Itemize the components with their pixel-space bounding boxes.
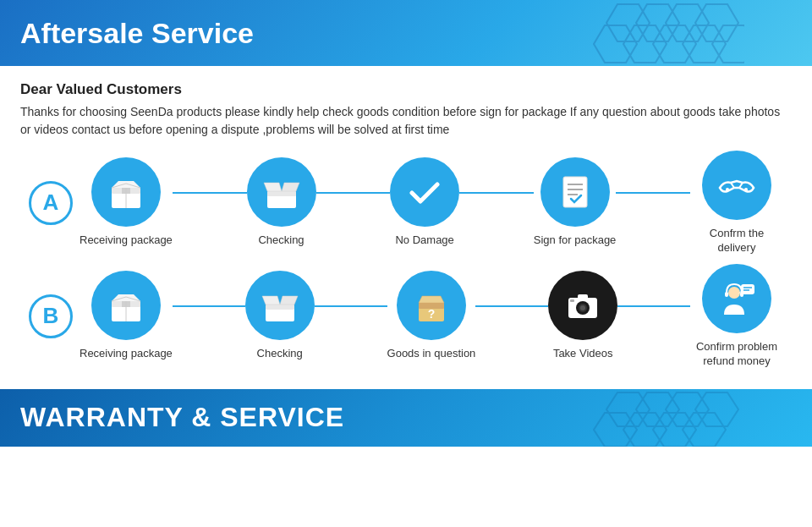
row-b: B Receiving <box>29 264 783 369</box>
connector-a-4 <box>616 192 690 194</box>
checkmark-icon <box>403 171 446 213</box>
box-closed-icon-b <box>105 284 147 327</box>
handshake-icon <box>716 164 758 206</box>
step-icon-checking-a <box>247 157 316 227</box>
svg-rect-17 <box>267 191 296 196</box>
connector-a-3 <box>459 192 534 194</box>
step-label-goods-question: Goods in question <box>387 347 476 361</box>
header: Aftersale Service <box>0 0 812 66</box>
step-no-damage: No Damage <box>390 157 459 248</box>
row-a-steps: Receiving package <box>80 151 783 255</box>
svg-marker-18 <box>264 183 282 191</box>
step-label-checking-b: Checking <box>257 347 303 361</box>
box-open-icon <box>261 171 303 213</box>
connector-b-4 <box>617 305 690 307</box>
step-confirm-delivery: Confrm the delivery <box>690 151 783 255</box>
svg-text:?: ? <box>428 307 436 321</box>
document-check-icon <box>554 171 596 213</box>
svg-marker-36 <box>280 296 298 305</box>
connector-b-3 <box>475 305 548 307</box>
greeting-heading: Dear Valued Customers <box>20 81 792 98</box>
step-label-take-videos: Take Videos <box>553 347 613 361</box>
step-label-confirm-delivery: Confrm the delivery <box>690 227 783 255</box>
step-icon-checking-b <box>245 271 315 340</box>
step-icon-sign <box>540 157 610 227</box>
step-confirm-refund: Confirm problem refund money <box>690 264 783 369</box>
header-decoration <box>592 0 744 66</box>
description-text: Thanks for choosing SeenDa products plea… <box>20 103 792 139</box>
svg-point-24 <box>726 188 729 191</box>
connector-b-2 <box>315 305 387 307</box>
svg-rect-48 <box>725 292 728 297</box>
svg-marker-19 <box>282 183 299 191</box>
question-box-icon: ? <box>410 284 453 327</box>
footer-decoration <box>592 389 744 447</box>
header-title: Aftersale Service <box>20 17 254 50</box>
headset-icon <box>716 277 758 320</box>
step-label-receiving-b: Receiving package <box>80 347 173 361</box>
step-sign: Sign for package <box>534 157 617 248</box>
step-checking-b: Checking <box>245 271 315 361</box>
step-label-no-damage: No Damage <box>395 233 453 248</box>
step-icon-confirm-delivery <box>702 151 771 220</box>
content-area: Dear Valued Customers Thanks for choosin… <box>0 66 812 386</box>
svg-rect-50 <box>741 284 754 294</box>
step-goods-question: ? Goods in question <box>387 271 476 361</box>
step-checking-a: Checking <box>247 157 316 248</box>
row-b-steps: Receiving package Checking <box>80 264 783 369</box>
svg-rect-34 <box>266 305 294 310</box>
step-icon-confirm-refund <box>702 264 771 333</box>
svg-point-25 <box>744 188 748 191</box>
svg-marker-35 <box>262 296 280 305</box>
footer: WARRANTY & SERVICE <box>0 389 812 447</box>
svg-rect-45 <box>578 294 588 299</box>
footer-title: WARRANTY & SERVICE <box>20 402 344 433</box>
step-label-receiving-a: Receiving package <box>80 233 173 248</box>
svg-point-47 <box>728 287 740 299</box>
camera-icon <box>562 284 604 327</box>
step-receiving-b: Receiving package <box>80 271 173 361</box>
step-label-checking-a: Checking <box>258 233 304 248</box>
step-label-sign: Sign for package <box>534 233 617 248</box>
box-closed-icon <box>105 171 147 213</box>
step-receiving-a: Receiving package <box>80 157 173 248</box>
step-icon-no-damage <box>390 157 459 227</box>
row-b-label: B <box>29 294 73 338</box>
step-icon-receiving-a <box>91 157 161 227</box>
step-icon-take-videos <box>548 271 617 340</box>
step-label-confirm-refund: Confirm problem refund money <box>690 340 783 369</box>
row-a: A <box>29 151 783 255</box>
step-icon-goods-question: ? <box>397 271 466 340</box>
step-take-videos: Take Videos <box>548 271 617 361</box>
box-open-icon-b <box>259 284 301 327</box>
svg-rect-46 <box>570 299 574 302</box>
step-icon-receiving-b <box>91 271 161 340</box>
connector-a-1 <box>173 192 247 194</box>
process-rows: A <box>20 151 792 369</box>
connector-b-1 <box>173 305 245 307</box>
svg-point-44 <box>580 305 585 310</box>
svg-marker-8 <box>712 25 744 63</box>
svg-marker-39 <box>419 296 444 303</box>
connector-a-2 <box>316 192 391 194</box>
row-a-label: A <box>29 181 73 225</box>
